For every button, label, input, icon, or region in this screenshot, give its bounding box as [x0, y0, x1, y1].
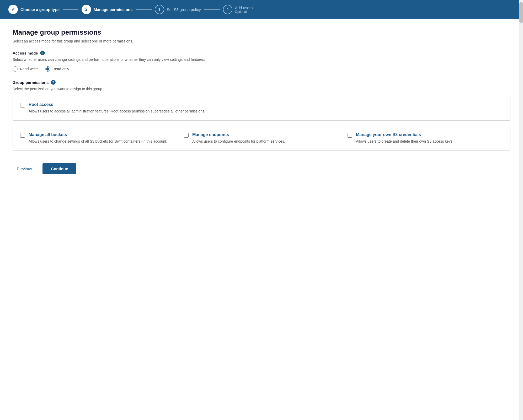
main-content: Manage group permissions Select an acces… — [0, 19, 523, 420]
footer-actions: Previous Continue — [13, 160, 510, 174]
group-permissions-section: Group permissions ? Select the permissio… — [13, 80, 510, 151]
manage-s3-credentials-content: Manage your own S3 credentials Allows us… — [356, 132, 453, 144]
step-4-label: Add users Optional — [235, 6, 253, 14]
manage-all-buckets-desc: Allows users to change settings of all S… — [29, 139, 167, 144]
group-permissions-label: Group permissions ? — [13, 80, 510, 85]
page-subtitle: Select an access mode for this group and… — [13, 39, 510, 43]
radio-option-read-only[interactable]: Read-only — [45, 66, 69, 72]
manage-all-buckets-checkbox[interactable] — [20, 133, 25, 138]
continue-button[interactable]: Continue — [42, 163, 76, 174]
step-2-circle: 2 — [82, 5, 91, 14]
wizard-step-2: 2 Manage permissions — [82, 5, 132, 14]
manage-all-buckets-item: Manage all buckets Allows users to chang… — [20, 132, 175, 144]
radio-option-read-write[interactable]: Read-write — [13, 66, 38, 72]
radio-read-write-label: Read-write — [20, 67, 38, 71]
radio-read-only[interactable] — [45, 66, 50, 72]
root-access-content: Root access Allows users to access all a… — [29, 102, 205, 114]
manage-s3-credentials-label: Manage your own S3 credentials — [356, 132, 453, 137]
manage-s3-credentials-item: Manage your own S3 credentials Allows us… — [348, 132, 503, 144]
manage-endpoints-label: Manage endpoints — [192, 132, 285, 137]
step-1-label: Choose a group type — [20, 7, 60, 12]
manage-endpoints-checkbox[interactable] — [184, 133, 189, 138]
previous-button[interactable]: Previous — [13, 164, 36, 174]
root-access-box: Root access Allows users to access all a… — [13, 96, 510, 121]
step-connector-3-4 — [204, 9, 220, 10]
group-permissions-help-icon[interactable]: ? — [51, 80, 56, 85]
permissions-grid: Manage all buckets Allows users to chang… — [20, 132, 503, 144]
step-2-label: Manage permissions — [94, 7, 132, 12]
access-mode-section: Access mode ? Select whether users can c… — [13, 51, 510, 72]
manage-s3-credentials-desc: Allows users to create and delete their … — [356, 139, 453, 144]
step-4-circle: 4 — [223, 5, 232, 14]
step-connector-1-2 — [63, 9, 78, 10]
manage-s3-credentials-checkbox[interactable] — [348, 133, 352, 138]
manage-endpoints-item: Manage endpoints Allows users to configu… — [184, 132, 339, 144]
access-mode-radio-group: Read-write Read-only — [13, 66, 510, 72]
manage-all-buckets-label: Manage all buckets — [29, 132, 167, 137]
step-3-circle: 3 — [155, 5, 164, 14]
manage-endpoints-content: Manage endpoints Allows users to configu… — [192, 132, 285, 144]
permissions-grid-box: Manage all buckets Allows users to chang… — [13, 126, 510, 151]
page-title: Manage group permissions — [13, 28, 510, 36]
group-permissions-desc: Select the permissions you want to assig… — [13, 87, 510, 91]
root-access-label: Root access — [29, 102, 205, 107]
wizard-step-4: 4 Add users Optional — [223, 5, 253, 14]
wizard-header: ✓ Choose a group type 2 Manage permissio… — [0, 0, 523, 19]
step-connector-2-3 — [136, 9, 152, 10]
manage-all-buckets-content: Manage all buckets Allows users to chang… — [29, 132, 167, 144]
scrollbar-thumb[interactable] — [519, 2, 523, 23]
step-1-circle: ✓ — [8, 5, 18, 14]
step-3-label: Set S3 group policy — [167, 7, 201, 12]
manage-endpoints-desc: Allows users to configure endpoints for … — [192, 139, 285, 144]
wizard-step-3: 3 Set S3 group policy — [155, 5, 201, 14]
root-access-checkbox[interactable] — [20, 103, 25, 107]
access-mode-desc: Select whether users can change settings… — [13, 57, 510, 62]
scrollbar-track[interactable] — [519, 0, 523, 420]
wizard-step-1: ✓ Choose a group type — [8, 5, 60, 14]
access-mode-label: Access mode ? — [13, 51, 510, 55]
root-access-item: Root access Allows users to access all a… — [20, 102, 503, 114]
radio-read-write[interactable] — [13, 66, 18, 72]
access-mode-help-icon[interactable]: ? — [40, 51, 45, 55]
root-access-desc: Allows users to access all administratio… — [29, 109, 205, 114]
radio-read-only-label: Read-only — [52, 67, 69, 71]
